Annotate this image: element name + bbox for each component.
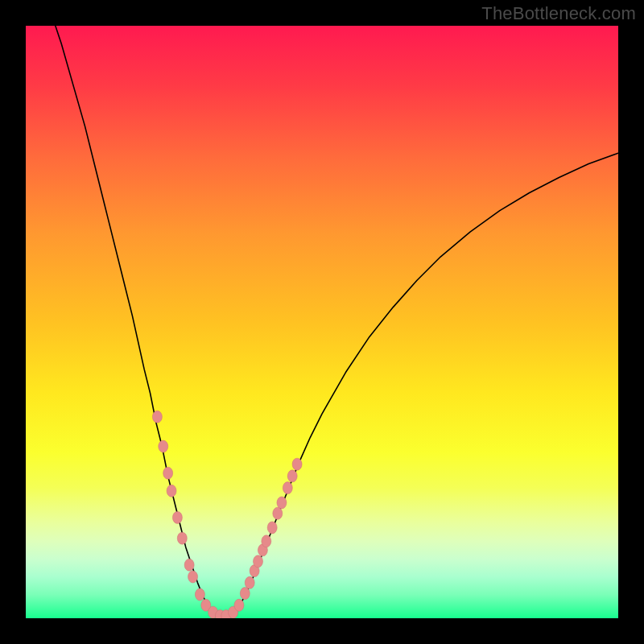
data-point-marker	[152, 411, 162, 423]
watermark-text: TheBottleneck.com	[481, 3, 636, 24]
bottleneck-curve	[49, 26, 618, 617]
chart-canvas: TheBottleneck.com	[0, 0, 644, 644]
data-point-marker	[292, 458, 302, 470]
data-point-marker	[188, 571, 198, 583]
data-point-marker	[287, 470, 297, 482]
data-point-marker	[240, 588, 250, 600]
data-point-marker	[195, 588, 204, 601]
marker-layer	[152, 411, 302, 618]
data-point-marker	[273, 507, 283, 519]
data-point-marker	[277, 497, 287, 509]
data-point-marker	[234, 599, 244, 611]
chart-svg	[26, 26, 618, 618]
data-point-marker	[267, 522, 277, 534]
data-point-marker	[262, 535, 271, 547]
data-point-marker	[184, 559, 194, 571]
data-point-marker	[167, 485, 176, 497]
data-point-marker	[172, 511, 182, 523]
data-point-marker	[177, 532, 187, 544]
data-point-marker	[245, 576, 254, 588]
data-point-marker	[283, 482, 292, 494]
data-point-marker	[163, 467, 173, 479]
data-point-marker	[254, 555, 263, 568]
data-point-marker	[159, 440, 168, 452]
plot-area	[26, 26, 618, 618]
